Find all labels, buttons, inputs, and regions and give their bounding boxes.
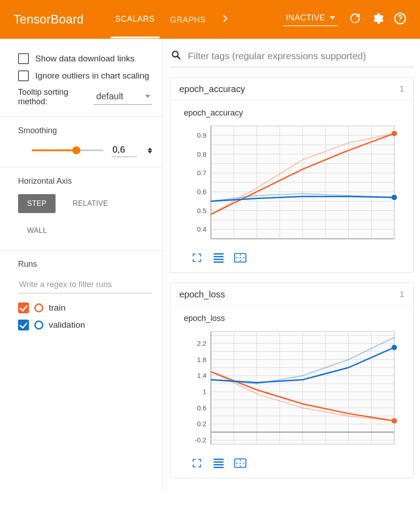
svg-text:0.2: 0.2 <box>197 420 206 427</box>
svg-text:0.6: 0.6 <box>197 404 206 412</box>
svg-text:0.9: 0.9 <box>197 131 206 139</box>
card-count: 1 <box>400 290 404 299</box>
app-header: TensorBoard SCALARS GRAPHS INACTIVE <box>0 0 420 39</box>
tooltip-sort-label: Tooltip sorting method: <box>18 88 93 107</box>
chart-data-icon[interactable] <box>212 252 225 263</box>
refresh-icon[interactable] <box>349 12 361 27</box>
svg-point-2 <box>173 51 178 57</box>
gear-icon[interactable] <box>371 12 384 27</box>
ignore-outliers-label: Ignore outliers in chart scaling <box>35 71 149 81</box>
card-header[interactable]: epoch_accuracy 1 <box>170 78 413 100</box>
svg-point-1 <box>399 21 400 22</box>
chart-loss[interactable]: -0.20.20.611.41.82.2 <box>184 327 401 453</box>
svg-point-76 <box>239 462 241 464</box>
run-label: validation <box>49 320 85 330</box>
card-title: epoch_accuracy <box>179 84 245 94</box>
svg-text:0.5: 0.5 <box>197 207 206 214</box>
svg-text:1.4: 1.4 <box>197 372 206 379</box>
chevron-down-icon <box>145 95 150 98</box>
runs-title: Runs <box>18 260 152 269</box>
run-validation-checkbox[interactable] <box>18 320 29 330</box>
inactive-dropdown[interactable]: INACTIVE <box>283 13 338 26</box>
run-train-swatch-icon <box>34 303 43 312</box>
horizontal-axis-title: Horizontal Axis <box>18 177 152 186</box>
svg-text:2.2: 2.2 <box>197 339 206 347</box>
tab-graphs[interactable]: GRAPHS <box>166 2 210 37</box>
axis-step-button[interactable]: STEP <box>18 194 56 213</box>
svg-text:1.8: 1.8 <box>197 356 206 363</box>
card-header[interactable]: epoch_loss 1 <box>170 283 413 306</box>
svg-text:-0.2: -0.2 <box>195 436 206 444</box>
svg-text:1: 1 <box>203 388 206 395</box>
smoothing-title: Smoothing <box>18 126 152 135</box>
run-label: train <box>49 303 65 313</box>
smoothing-input[interactable] <box>112 144 137 157</box>
scalar-card-accuracy: epoch_accuracy 1 epoch_accuracy 0.40.50.… <box>170 77 414 273</box>
svg-point-38 <box>239 257 241 258</box>
tabs-overflow-chevron-icon[interactable] <box>217 14 229 25</box>
help-icon[interactable] <box>394 12 406 27</box>
show-download-checkbox[interactable] <box>18 53 29 64</box>
svg-text:0.6: 0.6 <box>197 188 206 195</box>
svg-line-3 <box>177 56 180 59</box>
run-train-checkbox[interactable] <box>18 302 29 313</box>
run-validation-swatch-icon <box>34 321 43 330</box>
app-title: TensorBoard <box>14 13 111 27</box>
svg-point-73 <box>392 418 397 423</box>
main-panel: epoch_accuracy 1 epoch_accuracy 0.40.50.… <box>163 39 420 492</box>
smoothing-slider[interactable] <box>32 149 103 151</box>
axis-relative-button[interactable]: RELATIVE <box>64 194 117 213</box>
tab-scalars[interactable]: SCALARS <box>111 1 159 38</box>
chart-expand-icon[interactable] <box>190 458 204 469</box>
chart-expand-icon[interactable] <box>190 252 204 263</box>
svg-text:0.7: 0.7 <box>197 169 206 177</box>
svg-text:0.8: 0.8 <box>197 150 206 158</box>
chart-accuracy[interactable]: 0.40.50.60.70.80.9 <box>184 121 401 248</box>
svg-point-74 <box>392 345 397 350</box>
card-count: 1 <box>400 84 404 94</box>
smoothing-stepper[interactable] <box>148 148 152 153</box>
sidebar: Show data download links Ignore outliers… <box>0 39 163 492</box>
chart-data-icon[interactable] <box>212 458 225 469</box>
chart-fit-icon[interactable] <box>233 252 247 263</box>
tag-filter-input[interactable] <box>187 50 412 62</box>
chevron-down-icon <box>330 16 335 19</box>
svg-point-36 <box>392 195 397 200</box>
search-icon <box>171 50 182 62</box>
axis-wall-button[interactable]: WALL <box>18 221 56 240</box>
chart-title: epoch_loss <box>184 314 404 323</box>
scalar-card-loss: epoch_loss 1 epoch_loss -0.20.20.611.41.… <box>170 283 414 478</box>
svg-point-35 <box>392 131 397 136</box>
tooltip-sort-select[interactable]: default <box>93 89 152 105</box>
inactive-label: INACTIVE <box>286 13 325 23</box>
header-tabs: SCALARS GRAPHS <box>111 1 229 38</box>
svg-text:0.4: 0.4 <box>197 225 206 233</box>
runs-filter-input[interactable] <box>18 277 152 293</box>
ignore-outliers-checkbox[interactable] <box>18 70 29 81</box>
chart-fit-icon[interactable] <box>233 458 247 469</box>
tooltip-sort-value: default <box>96 91 123 102</box>
show-download-label: Show data download links <box>35 54 135 64</box>
chart-title: epoch_accuracy <box>184 108 404 118</box>
card-title: epoch_loss <box>179 289 225 300</box>
